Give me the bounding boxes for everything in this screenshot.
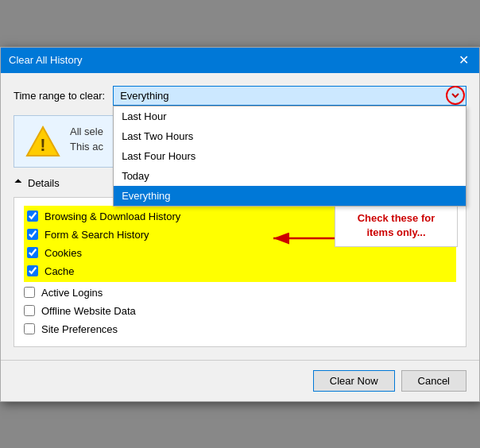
clear-history-dialog: Clear All History ✕ Time range to clear:… — [0, 47, 480, 402]
dropdown-selected-value: Everything — [120, 90, 168, 102]
annotation-container: Check these for items only... — [335, 204, 458, 247]
checkbox-label-offline: Offline Website Data — [41, 305, 136, 317]
checkbox-offline-data[interactable]: Offline Website Data — [24, 302, 456, 320]
checkbox-input-offline[interactable] — [24, 305, 35, 316]
checkbox-label-cache: Cache — [45, 265, 75, 277]
checkbox-label-active-logins: Active Logins — [41, 287, 103, 299]
dropdown-option-everything[interactable]: Everything — [114, 186, 466, 206]
dialog-footer: Clear Now Cancel — [1, 360, 479, 401]
cancel-button[interactable]: Cancel — [401, 370, 466, 392]
dialog-title: Clear All History — [9, 54, 82, 66]
checkbox-label-browsing: Browsing & Download History — [45, 210, 180, 222]
annotation-box: Check these for items only... — [335, 204, 458, 247]
checkboxes-section: Browsing & Download History Form & Searc… — [14, 197, 466, 347]
checkbox-input-cache[interactable] — [27, 265, 38, 276]
checkbox-input-active-logins[interactable] — [24, 287, 35, 298]
dropdown-menu: Last Hour Last Two Hours Last Four Hours… — [113, 106, 466, 207]
checkbox-label-form: Form & Search History — [45, 229, 149, 241]
svg-text:!: ! — [40, 135, 45, 155]
checkbox-active-logins[interactable]: Active Logins — [24, 284, 456, 302]
checkbox-label-cookies: Cookies — [45, 247, 82, 259]
checkbox-input-cookies[interactable] — [27, 247, 38, 258]
time-range-label: Time range to clear: — [14, 90, 105, 102]
annotation-text: Check these for items only... — [358, 212, 435, 238]
dropdown-option-last-four-hours[interactable]: Last Four Hours — [114, 146, 466, 166]
close-button[interactable]: ✕ — [455, 52, 471, 68]
time-range-row: Time range to clear: Everything Last Hou… — [14, 86, 466, 106]
warning-text: All sele This ac — [70, 124, 103, 155]
warning-icon: ! — [25, 124, 60, 159]
checkbox-input-site-prefs[interactable] — [24, 323, 35, 334]
dialog-body: Time range to clear: Everything Last Hou… — [1, 73, 479, 360]
dropdown-option-last-hour[interactable]: Last Hour — [114, 106, 466, 126]
details-label: Details — [28, 177, 60, 189]
checkbox-input-form[interactable] — [27, 229, 38, 240]
time-range-dropdown[interactable]: Everything — [113, 86, 466, 106]
checkbox-label-site-prefs: Site Preferences — [41, 323, 118, 335]
checkbox-site-preferences[interactable]: Site Preferences — [24, 320, 456, 338]
details-chevron-icon: 🞁 — [14, 177, 23, 188]
clear-now-button[interactable]: Clear Now — [313, 370, 395, 392]
time-range-dropdown-container: Everything Last Hour Last Two Hours Last… — [113, 86, 466, 106]
warning-line1: All sele — [70, 124, 103, 140]
checkbox-input-browsing[interactable] — [27, 210, 38, 222]
warning-line2: This ac — [70, 139, 103, 155]
checkbox-cache[interactable]: Cache — [27, 262, 453, 280]
title-bar: Clear All History ✕ — [1, 48, 479, 73]
checkbox-red-arrow-svg — [267, 226, 339, 250]
dropdown-option-last-two-hours[interactable]: Last Two Hours — [114, 126, 466, 146]
dropdown-option-today[interactable]: Today — [114, 166, 466, 186]
